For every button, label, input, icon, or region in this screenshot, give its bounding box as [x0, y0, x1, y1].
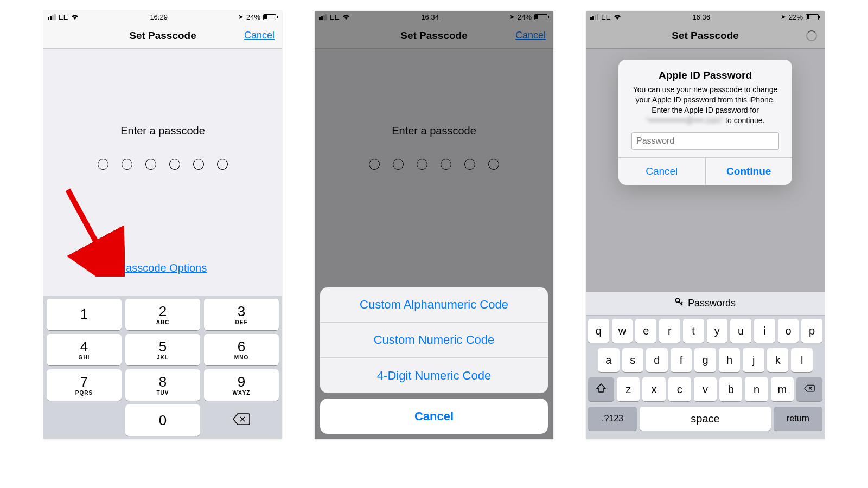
key-k[interactable]: k — [767, 348, 789, 372]
redacted-email: "••••••••••••••@••••.com" — [646, 116, 724, 125]
wifi-icon — [71, 14, 79, 20]
backspace-key[interactable] — [204, 404, 279, 436]
key-z[interactable]: z — [617, 377, 640, 401]
space-key[interactable]: space — [640, 407, 771, 431]
key-r[interactable]: r — [659, 319, 680, 343]
qwerty-keyboard: Passwords q w e r t y u i o p a s d f g … — [586, 292, 825, 439]
alert-continue-button[interactable]: Continue — [705, 158, 793, 185]
key-4[interactable]: 4GHI — [47, 334, 122, 365]
option-4digit-numeric[interactable]: 4-Digit Numeric Code — [320, 358, 548, 393]
key-q[interactable]: q — [588, 319, 609, 343]
passcode-prompt: Enter a passcode — [120, 125, 205, 137]
passcode-options-link[interactable]: Passcode Options — [119, 262, 207, 274]
key-3[interactable]: 3DEF — [204, 299, 279, 330]
key-l[interactable]: l — [791, 348, 813, 372]
key-i[interactable]: i — [754, 319, 775, 343]
passcode-prompt: Enter a passcode — [392, 125, 476, 137]
signal-icon — [590, 14, 598, 20]
key-y[interactable]: y — [707, 319, 728, 343]
key-b[interactable]: b — [719, 377, 742, 401]
key-f[interactable]: f — [671, 348, 692, 372]
passcode-dot — [98, 159, 108, 170]
key-g[interactable]: g — [694, 348, 716, 372]
key-m[interactable]: m — [771, 377, 794, 401]
carrier-label: EE — [601, 13, 610, 21]
navbar: Set Passcode — [586, 23, 825, 49]
backspace-icon — [804, 383, 815, 396]
battery-icon — [263, 14, 278, 20]
passcode-dot — [417, 159, 427, 170]
location-icon: ➤ — [781, 13, 786, 21]
passcode-dot — [441, 159, 451, 170]
key-e[interactable]: e — [635, 319, 656, 343]
passcode-dot — [122, 159, 132, 170]
option-custom-alphanumeric[interactable]: Custom Alphanumeric Code — [320, 287, 548, 323]
screenshot-3: EE 16:36 ➤ 22% Set Passcode Apple ID Pas… — [586, 11, 825, 439]
battery-pct: 22% — [789, 13, 803, 21]
appleid-alert: Apple ID Password You can use your new p… — [618, 60, 792, 185]
key-d[interactable]: d — [646, 348, 668, 372]
key-u[interactable]: u — [730, 319, 751, 343]
passcode-dot — [488, 159, 499, 170]
status-bar: EE 16:36 ➤ 22% — [586, 11, 825, 23]
return-key[interactable]: return — [774, 407, 822, 431]
key-o[interactable]: o — [778, 319, 799, 343]
clock: 16:29 — [150, 13, 168, 21]
key-0[interactable]: 0 — [125, 404, 200, 436]
passcode-dot — [393, 159, 404, 170]
autofill-bar[interactable]: Passwords — [586, 292, 825, 316]
key-h[interactable]: h — [719, 348, 741, 372]
key-a[interactable]: a — [598, 348, 620, 372]
key-s[interactable]: s — [622, 348, 644, 372]
carrier-label: EE — [330, 13, 339, 21]
signal-icon — [319, 14, 327, 20]
kb-row-3: z x c v b n m — [588, 377, 822, 401]
battery-pct: 24% — [246, 13, 260, 21]
cancel-button[interactable]: Cancel — [244, 30, 275, 41]
key-9[interactable]: 9WXYZ — [204, 369, 279, 401]
action-sheet: Custom Alphanumeric Code Custom Numeric … — [315, 282, 553, 439]
key-7[interactable]: 7PQRS — [47, 369, 122, 401]
location-icon: ➤ — [238, 13, 244, 21]
cancel-button[interactable]: Cancel — [515, 30, 546, 41]
key-x[interactable]: x — [642, 377, 665, 401]
key-n[interactable]: n — [745, 377, 768, 401]
shift-key[interactable] — [588, 377, 614, 401]
page-title: Set Passcode — [586, 30, 825, 42]
key-v[interactable]: v — [694, 377, 717, 401]
passcode-dot — [464, 159, 475, 170]
battery-pct: 24% — [518, 13, 532, 21]
content-area: Enter a passcode Passcode Options — [43, 49, 282, 296]
passcode-dot — [145, 159, 156, 170]
kb-row-4: .?123 space return — [588, 407, 822, 431]
key-8[interactable]: 8TUV — [125, 369, 200, 401]
key-6[interactable]: 6MNO — [204, 334, 279, 365]
key-c[interactable]: c — [668, 377, 691, 401]
key-t[interactable]: t — [683, 319, 704, 343]
sheet-cancel-button[interactable]: Cancel — [320, 399, 548, 434]
key-5[interactable]: 5JKL — [125, 334, 200, 365]
key-j[interactable]: j — [743, 348, 764, 372]
password-field[interactable] — [631, 132, 779, 150]
kb-row-1: q w e r t y u i o p — [588, 319, 822, 343]
key-2[interactable]: 2ABC — [125, 299, 200, 330]
status-bar: EE 16:29 ➤ 24% — [43, 11, 282, 23]
key-1[interactable]: 1 — [47, 299, 122, 330]
signal-icon — [48, 14, 56, 20]
key-blank — [47, 404, 122, 436]
clock: 16:34 — [421, 13, 439, 21]
passcode-dots — [98, 159, 228, 170]
key-p[interactable]: p — [801, 319, 822, 343]
passcode-dot — [193, 159, 204, 170]
alert-title: Apple ID Password — [627, 69, 783, 81]
alt-key[interactable]: .?123 — [588, 407, 637, 431]
key-w[interactable]: w — [612, 319, 633, 343]
passcode-dot — [369, 159, 380, 170]
clock: 16:36 — [692, 13, 710, 21]
carrier-label: EE — [59, 13, 68, 21]
battery-icon — [806, 14, 820, 20]
backspace-key[interactable] — [796, 377, 822, 401]
option-custom-numeric[interactable]: Custom Numeric Code — [320, 323, 548, 358]
screenshot-1: EE 16:29 ➤ 24% Set Passcode Cancel Enter… — [43, 11, 282, 439]
alert-cancel-button[interactable]: Cancel — [618, 158, 705, 185]
